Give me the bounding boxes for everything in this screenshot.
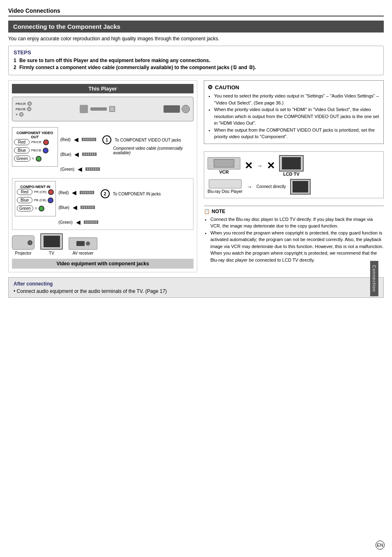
this-player-header: This Player [12, 84, 194, 93]
connect-directly-label: Connect directly [256, 184, 286, 189]
en-badge: EN [376, 541, 385, 550]
connector-red [82, 138, 96, 141]
in-cable-green: (Green) ◀ [58, 219, 98, 225]
port-circle-2 [27, 107, 31, 111]
note-title: 📋 NOTE [204, 209, 384, 214]
section-header: Connecting to the Component Jacks [8, 21, 384, 32]
input-jacks-box: COMPO-NENT IN Red PR (CR) Blue PB (CB) [15, 181, 56, 216]
note-item-2: When you record the program where copyri… [210, 230, 384, 264]
arrow-green: ◀ [78, 166, 82, 172]
bd-player-device [209, 179, 242, 188]
input-jacks-section: COMPO-NENT IN Red PR (CR) Blue PB (CB) [12, 178, 194, 230]
lcd-tv-small [290, 179, 311, 195]
in-jack-label-green: Green [17, 205, 33, 211]
in-cable-blue: (Blue) ◀ [58, 204, 98, 211]
step1-label: To COMPONENT VIDEO OUT jacks [115, 138, 181, 142]
jack-circle-blue [43, 148, 48, 153]
jack-circle-green [36, 156, 42, 162]
display-block [164, 105, 180, 113]
input-arrows: (Red) ◀ (Blue) ◀ (Green) ◀ [58, 181, 98, 227]
projector-lens [28, 240, 32, 245]
jack-row-green-out: Green Y [14, 155, 56, 162]
color-label-red: (Red) [60, 137, 71, 142]
jack-sublabel-green: Y [32, 157, 34, 160]
after-connecting-text: • Connect audio equipment or the audio t… [14, 288, 378, 294]
caution-list: You need to select the priority video ou… [208, 93, 380, 140]
in-jack-sublabel-green: Y [35, 207, 37, 210]
vcr-device [208, 157, 240, 169]
note-list: Connect the Blu-ray disc player to LCD T… [204, 216, 384, 264]
step-2-num: 2 [14, 65, 16, 70]
device-block-1 [80, 105, 88, 113]
x-mark-right: ✕ [267, 160, 275, 172]
connector-green [85, 167, 100, 171]
input-section-inner: COMPO-NENT IN Red PR (CR) Blue PB (CB) [15, 181, 191, 227]
tv-label: TV [49, 251, 54, 255]
bd-label: Blu-ray Disc Player [208, 189, 242, 194]
jack-row-blue-in: Blue PB (CB) [17, 197, 54, 203]
tv-icon [40, 233, 63, 250]
player-device-center [80, 105, 115, 113]
jack-row-red-out: Red PR/CR [14, 139, 56, 145]
diagram-area: This Player PR/CR PB/CB Y [8, 80, 384, 272]
button-block [109, 106, 115, 112]
note-box: 📋 NOTE Connect the Blu-ray disc player t… [204, 206, 384, 264]
sidebar-connection-label: Connection [370, 261, 378, 296]
video-equip-bar: Video equipment with component jacks [12, 259, 194, 269]
lcd-tv-section: LCD TV [279, 155, 304, 176]
port-label-2: PB/CB [16, 107, 25, 111]
av-receiver-item: AV receiver [69, 237, 97, 255]
in-jack-circle-red [48, 189, 54, 195]
component-in-text: COMPO-NENT IN [17, 185, 54, 189]
in-arrow-green: ◀ [76, 219, 81, 225]
jack-circle-red [43, 139, 49, 145]
vcr-label: VCR [219, 169, 228, 174]
port-circle-1 [28, 102, 32, 106]
lcd-screen [282, 157, 301, 169]
port-row-3: Y [16, 112, 32, 116]
in-jack-label-red: Red [17, 189, 32, 195]
in-arrow-red: ◀ [72, 189, 76, 196]
in-cable-red: (Red) ◀ [58, 189, 98, 196]
in-connector-red [80, 191, 94, 194]
in-color-label-blue: (Blue) [58, 205, 69, 210]
bd-section: Blu-ray Disc Player [208, 179, 242, 194]
step-1: 1 Be sure to turn off this Player and th… [14, 58, 378, 63]
vcr-row: VCR ✕ → ✕ LCD TV [208, 155, 380, 176]
step1-area: 1 To COMPONENT VIDEO OUT jacks Component… [102, 127, 194, 155]
jack-label-blue: Blue [14, 147, 30, 153]
projector-label: Projector [15, 251, 31, 255]
step-2-text: Firmly connect a component video cable (… [19, 65, 256, 70]
jack-label-red: Red [14, 139, 30, 145]
player-device-left: PR/CR PB/CB Y [16, 102, 32, 116]
diagram-left: This Player PR/CR PB/CB Y [8, 80, 197, 272]
av-knob [86, 241, 90, 246]
jack-row-blue-out: Blue PB/CB [14, 147, 56, 153]
note-item-1: Connect the Blu-ray disc player to LCD T… [210, 216, 384, 230]
bd-row: Blu-ray Disc Player → Connect directly [208, 179, 380, 195]
step1-circle: 1 [102, 135, 111, 144]
steps-title: STEPS [14, 49, 378, 56]
jack-sublabel-red: PR/CR [31, 140, 42, 144]
projector-icon [12, 235, 35, 250]
step2-label: To COMPONENT IN jacks [113, 192, 161, 196]
page-title: Video Connections [8, 7, 384, 16]
in-connector-blue [81, 206, 95, 209]
caution-box: ⚙ CAUTION You need to select the priorit… [204, 80, 384, 144]
in-jack-circle-green [39, 206, 44, 211]
color-label-green: (Green) [60, 167, 74, 172]
connector-blue [82, 153, 97, 156]
jack-row-green-in: Green Y [17, 205, 54, 211]
av-display [76, 241, 85, 246]
disc-tray [182, 105, 190, 113]
arrow-right-1: → [257, 162, 263, 169]
after-connecting-box: After connecting • Connect audio equipme… [8, 277, 384, 298]
step1-row: 1 To COMPONENT VIDEO OUT jacks [102, 135, 181, 144]
port-row-2: PB/CB [16, 107, 32, 111]
in-color-label-green: (Green) [58, 220, 72, 225]
steps-box: STEPS 1 Be sure to turn off this Player … [8, 46, 384, 75]
in-color-label-red: (Red) [58, 190, 69, 195]
note-icon: 📋 [204, 209, 210, 214]
jack-row-red-in: Red PR (CR) [17, 189, 54, 195]
in-jack-label-blue: Blue [17, 197, 32, 203]
